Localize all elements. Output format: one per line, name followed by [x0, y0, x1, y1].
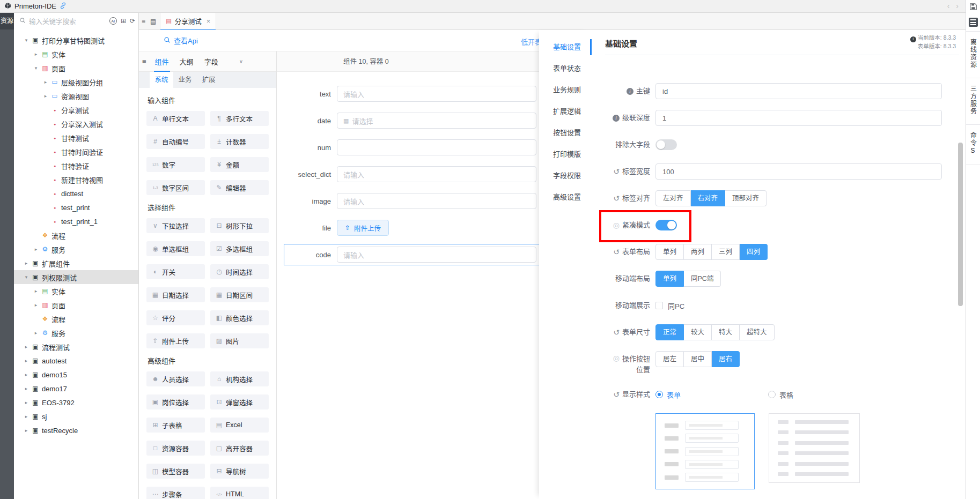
settings-scrollbar[interactable] — [958, 143, 963, 306]
form-field-row[interactable]: text请输入 — [277, 86, 539, 102]
segment-option[interactable]: 顶部对齐 — [725, 190, 767, 206]
view-api-button[interactable]: 查看Api — [174, 35, 198, 46]
segment-option[interactable]: 超特大 — [740, 324, 775, 340]
tree-item[interactable]: ▸▣sj — [14, 409, 138, 423]
palette-item-currency[interactable]: ¥金额 — [210, 157, 269, 172]
field-input[interactable]: 请输入 — [337, 86, 536, 102]
tree-item[interactable]: ▸▣扩展组件 — [14, 256, 138, 270]
chevron-down-icon[interactable]: ∨ — [239, 58, 243, 64]
reset-icon[interactable]: ↺ — [613, 248, 620, 256]
expand-arrow-icon[interactable]: ▸ — [32, 51, 40, 57]
segment-option[interactable]: 同PC端 — [684, 271, 721, 287]
tree-item[interactable]: ❖流程 — [14, 312, 138, 326]
expand-arrow-icon[interactable]: ▸ — [32, 247, 40, 252]
reset-icon[interactable]: ↺ — [613, 328, 620, 337]
tree-item[interactable]: ▾▣打印分享甘特图测试 — [14, 33, 138, 47]
segment-option[interactable]: 三列 — [712, 244, 740, 260]
tree-item[interactable]: ▾▥页面 — [14, 61, 138, 75]
expand-arrow-icon[interactable]: ▸ — [42, 79, 49, 85]
reset-icon[interactable]: ↺ — [613, 167, 620, 176]
palette-item-user-select[interactable]: ☻人员选择 — [146, 371, 205, 386]
palette-item-upload[interactable]: ⇧附件上传 — [146, 333, 205, 348]
tree-item[interactable]: ●分享测试 — [14, 103, 138, 117]
reset-icon[interactable]: ↺ — [613, 390, 620, 399]
tree-item[interactable]: ▸▣demo15 — [14, 368, 138, 382]
expand-arrow-icon[interactable]: ▸ — [23, 344, 30, 349]
tree-item[interactable]: ●甘特测试 — [14, 131, 138, 145]
expand-arrow-icon[interactable]: ▾ — [23, 274, 30, 280]
palette-item-counter[interactable]: ±计数器 — [210, 134, 269, 149]
upload-button[interactable]: ⇧附件上传 — [337, 220, 389, 236]
toggle-switch[interactable] — [655, 220, 677, 230]
nav-back-icon[interactable]: ‹ — [947, 2, 950, 10]
tree-item[interactable]: ●分享深入测试 — [14, 117, 138, 131]
segment-option[interactable]: 右对齐 — [691, 190, 726, 206]
palette-item-date-picker[interactable]: ▦日期选择 — [146, 287, 205, 302]
radio-option[interactable]: 表格 — [768, 390, 793, 400]
tree-item[interactable]: ▸⚙服务 — [14, 242, 138, 256]
settings-menu-item[interactable]: 扩展逻辑 — [539, 101, 592, 122]
segment-option[interactable]: 左对齐 — [655, 190, 691, 206]
nav-forward-icon[interactable]: › — [956, 2, 959, 10]
palette-item-image[interactable]: ▨图片 — [210, 333, 269, 348]
palette-view-tab[interactable]: 字段 — [203, 51, 219, 72]
palette-item-select[interactable]: ∨下拉选择 — [146, 218, 205, 233]
field-input[interactable]: 请输入 — [337, 193, 536, 209]
toggle-switch[interactable] — [655, 139, 677, 150]
settings-menu-item[interactable]: 按钮设置 — [539, 122, 592, 144]
save-icon[interactable] — [966, 0, 980, 13]
search-input[interactable]: 输入关键字搜索 — [29, 16, 106, 26]
right-rail-tab[interactable]: 离线资源 — [966, 32, 980, 78]
radio-option[interactable]: 表单 — [655, 390, 681, 400]
segment-option[interactable]: 居右 — [712, 351, 740, 367]
tree-item[interactable]: ●dicttest — [14, 187, 138, 200]
segment-option[interactable]: 单列 — [655, 244, 684, 260]
palette-category-tab[interactable]: 业务 — [173, 72, 197, 88]
page-list-icon[interactable]: ▤ — [150, 18, 156, 25]
tree-item[interactable]: ▸▭资源视图 — [14, 89, 138, 103]
palette-item-number-range[interactable]: 1-3数字区间 — [146, 180, 205, 195]
tree-item[interactable]: ▸▣流程测试 — [14, 340, 138, 354]
tab-share-test[interactable]: ▤ 分享测试 × — [160, 13, 216, 30]
settings-menu-item[interactable]: 业务规则 — [539, 79, 592, 101]
palette-item-html[interactable]: </>HTML — [210, 487, 269, 499]
segment-option[interactable]: 居左 — [655, 351, 684, 367]
palette-item-switch[interactable]: ◐开关 — [146, 264, 205, 279]
tree-item[interactable]: ●test_print — [14, 200, 138, 214]
refresh-icon[interactable]: ⟳ — [130, 18, 135, 24]
palette-item-serial[interactable]: #自动编号 — [146, 134, 205, 149]
collapse-list-icon[interactable]: ≡ — [142, 18, 145, 25]
palette-item-text[interactable]: A单行文本 — [146, 111, 205, 126]
settings-menu-item[interactable]: 基础设置 — [539, 36, 592, 58]
segment-option[interactable]: 四列 — [740, 244, 768, 260]
palette-category-tab[interactable]: 扩展 — [197, 72, 220, 88]
palette-item-model-container[interactable]: ◫模型容器 — [146, 464, 205, 479]
right-rail-tab[interactable]: 三方服务 — [966, 78, 980, 125]
expand-arrow-icon[interactable]: ▸ — [23, 358, 30, 363]
tree-item[interactable]: ●甘特时间验证 — [14, 145, 138, 159]
tree-item[interactable]: ●甘特验证 — [14, 159, 138, 173]
data-panel-tab[interactable] — [966, 13, 980, 32]
expand-arrow-icon[interactable]: ▸ — [23, 414, 30, 419]
segment-option[interactable]: 特大 — [712, 324, 740, 340]
expand-arrow-icon[interactable]: ▸ — [23, 372, 30, 377]
palette-item-rate[interactable]: ☆评分 — [146, 310, 205, 325]
tree-item[interactable]: ▸▣EOS-3792 — [14, 396, 138, 409]
expand-arrow-icon[interactable]: ▸ — [23, 260, 30, 266]
palette-view-tab[interactable]: 大纲 — [179, 51, 195, 72]
palette-item-date-range[interactable]: ▦日期区间 — [210, 287, 269, 302]
right-rail-tab[interactable]: 命令S — [966, 125, 980, 165]
palette-item-tree-select[interactable]: ⊟树形下拉 — [210, 218, 269, 233]
expand-arrow-icon[interactable]: ▸ — [32, 330, 40, 336]
form-style-preview[interactable] — [655, 413, 755, 489]
form-field-row[interactable]: file⇧附件上传 — [277, 220, 539, 236]
settings-menu-item[interactable]: 高级设置 — [539, 187, 592, 208]
expand-arrow-icon[interactable]: ▸ — [23, 428, 30, 433]
low-code-form-button[interactable]: 低开表单 — [521, 36, 539, 47]
field-input[interactable] — [337, 139, 536, 155]
palette-item-radio-group[interactable]: ◉单选框组 — [146, 241, 205, 256]
tree-item[interactable]: ●test_print_1 — [14, 214, 138, 228]
palette-item-post-select[interactable]: ▣岗位选择 — [146, 394, 205, 409]
form-field-row[interactable]: date▦请选择 — [277, 113, 539, 129]
segment-option[interactable]: 较大 — [684, 324, 712, 340]
